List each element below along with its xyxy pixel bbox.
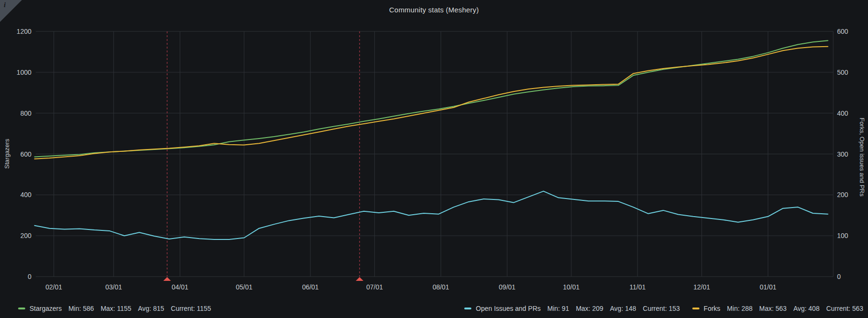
svg-text:400: 400 (837, 109, 848, 117)
series-line-open-issues-and-prs[interactable] (35, 191, 828, 239)
svg-text:100: 100 (837, 232, 848, 239)
legend-stat-current: Current: 153 (643, 305, 680, 312)
svg-text:05/01: 05/01 (236, 283, 252, 291)
svg-text:09/01: 09/01 (499, 283, 516, 291)
svg-text:06/01: 06/01 (302, 283, 319, 291)
legend-series-label: Stargazers (30, 305, 62, 312)
svg-text:1000: 1000 (17, 69, 31, 76)
svg-text:01/01: 01/01 (759, 283, 776, 291)
legend-stat-avg: Avg: 408 (793, 305, 819, 312)
svg-text:0: 0 (28, 273, 31, 280)
svg-text:03/01: 03/01 (105, 283, 122, 291)
svg-text:800: 800 (20, 109, 32, 117)
legend-stat-current: Current: 563 (826, 305, 863, 312)
legend-stat-max: Max: 1155 (100, 305, 131, 312)
series-line-stargazers[interactable] (35, 40, 828, 157)
legend-left-group: StargazersMin: 586Max: 1155Avg: 815Curre… (18, 305, 211, 312)
legend-right-group: Open Issues and PRsMin: 91Max: 209Avg: 1… (464, 305, 863, 312)
annotation-marker (163, 277, 171, 281)
svg-text:600: 600 (20, 150, 32, 158)
svg-text:500: 500 (837, 69, 848, 76)
x-axis-ticks: 02/0103/0104/0105/0106/0107/0108/0109/01… (45, 283, 776, 291)
svg-text:0: 0 (837, 273, 841, 280)
svg-text:07/01: 07/01 (366, 283, 383, 291)
svg-text:08/01: 08/01 (432, 283, 449, 291)
svg-text:02/01: 02/01 (45, 283, 62, 291)
svg-text:300: 300 (837, 150, 848, 158)
svg-text:200: 200 (20, 232, 32, 239)
chart-canvas[interactable]: 0200400600800100012000100200300400500600… (0, 0, 868, 318)
y-axis-left-title: Stargazers (3, 139, 10, 169)
legend-swatch-icon (464, 308, 471, 309)
svg-text:600: 600 (837, 28, 848, 35)
legend-series-label: Open Issues and PRs (476, 305, 540, 312)
y-axis-left-ticks: 020040060080010001200 (17, 28, 31, 280)
legend-item-forks[interactable]: ForksMin: 288Max: 563Avg: 408Current: 56… (692, 305, 863, 312)
legend-item-stargazers[interactable]: StargazersMin: 586Max: 1155Avg: 815Curre… (18, 305, 211, 312)
legend-item-open-issues-and-prs[interactable]: Open Issues and PRsMin: 91Max: 209Avg: 1… (464, 305, 680, 312)
legend-stat-avg: Avg: 815 (138, 305, 164, 312)
legend-stat-current: Current: 1155 (171, 305, 211, 312)
legend-swatch-icon (692, 308, 699, 309)
legend-stat-avg: Avg: 148 (610, 305, 636, 312)
svg-text:10/01: 10/01 (563, 283, 579, 291)
svg-text:11/01: 11/01 (629, 283, 646, 291)
legend-stat-min: Min: 288 (727, 305, 753, 312)
annotation-marker (356, 277, 363, 281)
svg-text:1200: 1200 (17, 28, 31, 35)
grid-horizontal (36, 31, 833, 277)
legend-swatch-icon (18, 308, 25, 309)
legend-stat-max: Max: 563 (759, 305, 787, 312)
legend-stat-min: Min: 91 (548, 305, 569, 312)
annotations[interactable] (163, 31, 363, 281)
legend-stat-min: Min: 586 (69, 305, 94, 312)
svg-text:04/01: 04/01 (171, 283, 188, 291)
legend-series-label: Forks (704, 305, 720, 312)
legend-stat-max: Max: 209 (576, 305, 603, 312)
svg-text:400: 400 (20, 191, 32, 199)
y-axis-right-ticks: 0100200300400500600 (837, 28, 848, 280)
svg-text:200: 200 (837, 191, 848, 199)
legend: StargazersMin: 586Max: 1155Avg: 815Curre… (18, 305, 863, 312)
y-axis-right-title: Forks, Open issues and PRs (858, 118, 866, 197)
svg-text:12/01: 12/01 (693, 283, 710, 291)
